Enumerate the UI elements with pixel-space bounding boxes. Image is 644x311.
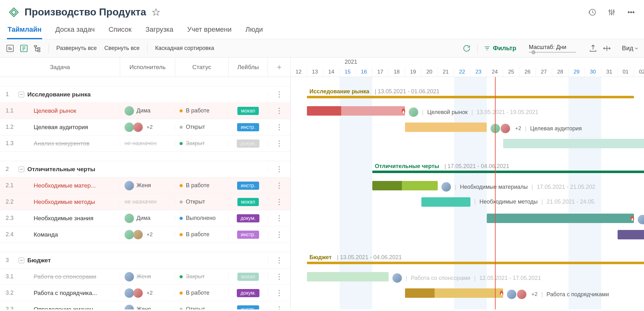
avatar bbox=[409, 107, 418, 117]
row-menu-icon[interactable] bbox=[279, 108, 280, 114]
task-name[interactable]: Работа с подрядчика... bbox=[34, 290, 97, 297]
group-name[interactable]: Исследование рынка bbox=[27, 91, 91, 98]
task-name[interactable]: Целевая аудитория bbox=[34, 124, 88, 131]
row-menu-icon[interactable] bbox=[279, 232, 280, 238]
summary-bar[interactable] bbox=[307, 262, 644, 264]
task-bar[interactable]: |Необходимые материалы|17.05.2021 - 21.0… bbox=[372, 181, 438, 190]
task-bar[interactable]: +2|Работа с подрядчиками bbox=[405, 288, 503, 298]
row-menu-icon[interactable] bbox=[279, 124, 280, 130]
column-header-task[interactable]: Задача bbox=[0, 57, 120, 77]
refresh-icon[interactable] bbox=[462, 44, 471, 53]
task-name[interactable]: Работа со спонсорами bbox=[34, 273, 96, 280]
favorite-star-icon[interactable] bbox=[152, 8, 160, 16]
more-horizontal-icon[interactable] bbox=[627, 8, 635, 16]
task-name[interactable]: Команда bbox=[34, 231, 58, 238]
fit-width-icon[interactable] bbox=[602, 44, 611, 53]
task-name[interactable]: Анализ конкурентов bbox=[34, 140, 90, 147]
row-menu-icon[interactable] bbox=[279, 257, 280, 264]
settings-sliders-icon[interactable] bbox=[608, 8, 616, 16]
column-header-status[interactable]: Статус bbox=[175, 57, 229, 77]
summary-bar[interactable] bbox=[372, 171, 644, 173]
label-chip[interactable]: мокап bbox=[237, 273, 259, 281]
task-name[interactable]: Необходимые методы bbox=[34, 199, 95, 205]
label-chip[interactable]: мокап bbox=[237, 198, 259, 206]
avatar bbox=[125, 123, 134, 132]
export-icon[interactable] bbox=[589, 44, 597, 53]
label-chip[interactable]: инстр. bbox=[237, 231, 259, 239]
tab-0[interactable]: Таймлайн bbox=[7, 23, 42, 39]
day-cell: 02 bbox=[634, 67, 644, 77]
overdue-fire-icon bbox=[400, 107, 407, 115]
label-chip[interactable]: докум. bbox=[237, 214, 260, 222]
gantt-chart[interactable]: 2021 12131415161718192021222324252627282… bbox=[291, 57, 644, 309]
status-text: В работе bbox=[186, 231, 209, 238]
summary-bar[interactable] bbox=[307, 96, 634, 98]
label-chip[interactable]: инстр. bbox=[237, 123, 259, 131]
row-menu-icon[interactable] bbox=[279, 166, 280, 172]
bar-label: |Работа со спонсорами|12.05.2021 - 17.05… bbox=[392, 273, 541, 283]
task-name[interactable]: Целевой рынок bbox=[34, 107, 76, 114]
task-bar[interactable]: |Целевой рынок|13.05.2021 - 19.05.2021 bbox=[307, 106, 405, 116]
task-bar[interactable]: |Необходимые методы|21.05.2021 - 24.05. bbox=[421, 197, 470, 207]
status-dot bbox=[180, 184, 183, 187]
expand-all-button[interactable]: Развернуть все bbox=[55, 43, 98, 53]
avatar bbox=[125, 214, 134, 223]
status-text: Открыт bbox=[186, 124, 205, 130]
label-chip[interactable]: инстр. bbox=[237, 305, 259, 310]
view-dropdown[interactable]: Вид bbox=[622, 45, 638, 52]
avatar bbox=[501, 124, 510, 133]
group-name[interactable]: Бюджет bbox=[27, 257, 51, 264]
row-menu-icon[interactable] bbox=[279, 274, 280, 280]
tab-5[interactable]: Люди bbox=[245, 23, 264, 39]
bar-label: +2|Целевая аудитория bbox=[491, 124, 582, 133]
label-chip[interactable]: докум. bbox=[237, 289, 260, 297]
cascade-sort-button[interactable]: Каскадная сортировка bbox=[154, 43, 215, 53]
collapse-group-button[interactable]: − bbox=[19, 166, 24, 172]
task-name[interactable]: Необходимые матер... bbox=[34, 182, 96, 189]
bar-label bbox=[638, 215, 644, 224]
task-bar[interactable] bbox=[487, 214, 634, 223]
row-menu-icon[interactable] bbox=[279, 306, 280, 310]
row-menu-icon[interactable] bbox=[279, 91, 280, 98]
collapse-all-button[interactable]: Свернуть все bbox=[103, 43, 141, 53]
collapse-group-button[interactable]: − bbox=[19, 92, 24, 97]
task-name[interactable]: Определение жизнен... bbox=[34, 306, 98, 310]
tab-4[interactable]: Учет времени bbox=[186, 23, 232, 39]
row-menu-icon[interactable] bbox=[279, 215, 280, 221]
row-menu-icon[interactable] bbox=[279, 140, 280, 147]
row-menu-icon[interactable] bbox=[279, 199, 280, 205]
filter-button[interactable]: Фильтр bbox=[484, 45, 516, 52]
label-chip[interactable]: мокап bbox=[237, 107, 259, 115]
row-menu-icon[interactable] bbox=[279, 183, 280, 189]
hierarchy-icon[interactable] bbox=[33, 44, 42, 53]
avatar bbox=[638, 215, 644, 224]
day-cell: 18 bbox=[389, 67, 405, 77]
tab-3[interactable]: Загрузка bbox=[145, 23, 174, 39]
timeline-year: 2021 bbox=[345, 59, 357, 65]
task-bar[interactable]: |Работа со спонсорами|12.05.2021 - 17.05… bbox=[307, 272, 389, 281]
column-header-labels[interactable]: Лейблы bbox=[229, 57, 268, 77]
label-chip[interactable]: докум. bbox=[237, 139, 260, 148]
task-name[interactable]: Необходимые знания bbox=[34, 215, 93, 222]
more-assignees: +2 bbox=[147, 124, 153, 130]
task-bar[interactable]: |А bbox=[503, 139, 644, 148]
tab-1[interactable]: Доска задач bbox=[55, 23, 95, 39]
row-menu-icon[interactable] bbox=[279, 290, 280, 296]
day-cell: 12 bbox=[291, 67, 307, 77]
details-panel-icon[interactable] bbox=[19, 44, 28, 53]
assignee-name: Дима bbox=[136, 215, 151, 221]
history-icon[interactable] bbox=[588, 8, 596, 16]
column-header-assignee[interactable]: Исполнитель bbox=[120, 57, 175, 77]
tab-2[interactable]: Список bbox=[108, 23, 132, 39]
add-column-button[interactable] bbox=[268, 57, 291, 77]
status-dot bbox=[180, 126, 183, 129]
collapse-group-button[interactable]: − bbox=[19, 258, 24, 263]
task-bar[interactable]: +2|Целевая аудитория bbox=[405, 123, 487, 132]
list-indent-icon[interactable] bbox=[6, 44, 14, 53]
group-name[interactable]: Отличительные черты bbox=[27, 166, 95, 173]
status-text: Открыт bbox=[186, 306, 205, 309]
zoom-scale[interactable]: Масштаб: Дни bbox=[529, 44, 576, 53]
label-chip[interactable]: инстр. bbox=[237, 182, 259, 190]
task-bar[interactable] bbox=[618, 230, 644, 239]
avatar bbox=[517, 290, 526, 299]
